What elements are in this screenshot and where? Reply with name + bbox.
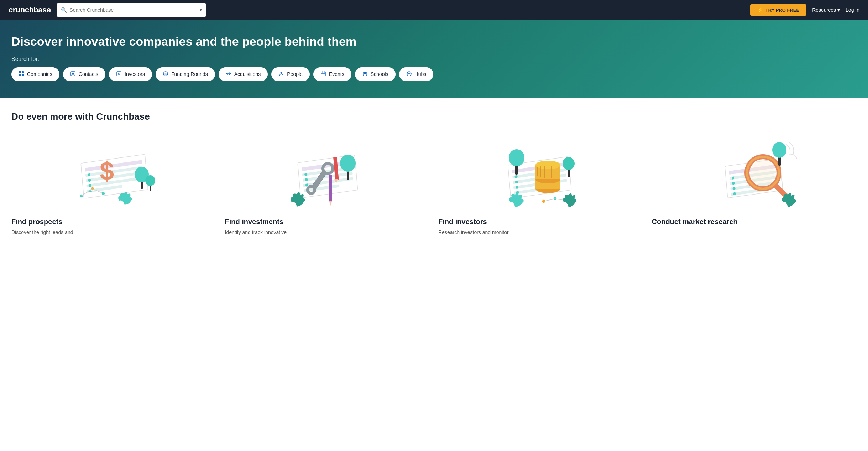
svg-rect-48 (329, 175, 332, 201)
pill-hubs[interactable]: Hubs (399, 67, 434, 81)
hubs-icon (406, 71, 412, 78)
schools-icon (362, 71, 368, 78)
svg-text:$: $ (100, 157, 114, 185)
card-illustration-investors (438, 134, 643, 212)
funding-icon: $ (163, 71, 168, 78)
search-pills: Companies Contacts $ Investors $ Funding… (11, 67, 857, 81)
svg-point-74 (509, 149, 524, 166)
section-title: Do even more with Crunchbase (11, 111, 857, 122)
svg-point-13 (408, 73, 410, 74)
pill-schools[interactable]: Schools (355, 67, 396, 81)
svg-text:$: $ (164, 72, 166, 76)
pill-schools-label: Schools (371, 71, 388, 77)
svg-rect-0 (19, 71, 21, 73)
resources-label: Resources (812, 7, 836, 13)
card-title-research: Conduct market research (652, 218, 738, 226)
pill-investors[interactable]: $ Investors (109, 67, 152, 81)
card-find-investors: Find investors Research investors and mo… (438, 134, 643, 236)
card-title-prospects: Find prospects (11, 218, 62, 226)
svg-point-67 (535, 161, 560, 169)
svg-text:$: $ (118, 72, 120, 76)
card-market-research: Conduct market research (652, 134, 857, 236)
pill-contacts-label: Contacts (79, 71, 98, 77)
login-label: Log In (846, 7, 859, 13)
people-icon (278, 71, 284, 78)
pill-contacts[interactable]: Contacts (63, 67, 105, 81)
card-find-prospects: $ Find prospe (11, 134, 216, 236)
search-icon: 🔍 (61, 7, 67, 13)
card-find-investments: Find investments Identify and track inno… (225, 134, 430, 236)
pill-acquisitions-label: Acquisitions (234, 71, 261, 77)
investors-icon: $ (116, 71, 122, 78)
grid-icon (19, 71, 24, 78)
svg-line-80 (544, 199, 555, 201)
cards-grid: $ Find prospe (11, 134, 857, 236)
search-dropdown-arrow[interactable]: ▾ (200, 7, 202, 12)
svg-point-51 (340, 155, 356, 172)
pill-companies-label: Companies (27, 71, 52, 77)
card-title-investors: Find investors (438, 218, 487, 226)
svg-rect-2 (19, 74, 21, 76)
pill-funding[interactable]: $ Funding Rounds (156, 67, 215, 81)
try-pro-label: TRY PRO FREE (765, 7, 799, 13)
events-icon (320, 71, 326, 78)
card-illustration-investments (225, 134, 430, 212)
search-wrapper: 🔍 ▾ (57, 3, 206, 17)
card-illustration-research (652, 134, 857, 212)
hero-section: Discover innovative companies and the pe… (0, 20, 868, 98)
card-desc-investments: Identify and track innovative (225, 229, 287, 236)
pill-investors-label: Investors (125, 71, 145, 77)
acquisitions-icon (226, 71, 231, 78)
bolt-icon: ⚡ (757, 7, 763, 13)
svg-point-10 (281, 72, 282, 74)
card-illustration-prospects: $ (11, 134, 216, 212)
logo: crunchbase (9, 5, 51, 15)
svg-rect-3 (22, 74, 24, 76)
pill-events-label: Events (329, 71, 344, 77)
svg-point-76 (563, 157, 575, 170)
pill-companies[interactable]: Companies (11, 67, 59, 81)
svg-point-33 (145, 175, 155, 186)
resources-button[interactable]: Resources ▾ (812, 7, 840, 13)
svg-point-97 (772, 142, 786, 158)
svg-rect-11 (321, 72, 325, 76)
svg-rect-1 (22, 71, 24, 73)
card-desc-investors: Research investors and monitor (438, 229, 509, 236)
card-desc-prospects: Discover the right leads and (11, 229, 73, 236)
pill-events[interactable]: Events (313, 67, 351, 81)
search-input[interactable] (70, 7, 197, 13)
hero-title: Discover innovative companies and the pe… (11, 34, 857, 49)
card-title-investments: Find investments (225, 218, 283, 226)
pill-funding-label: Funding Rounds (171, 71, 208, 77)
hero-search-label: Search for: (11, 56, 857, 62)
contacts-icon (70, 71, 76, 78)
resources-arrow-icon: ▾ (837, 7, 840, 13)
pill-hubs-label: Hubs (415, 71, 427, 77)
svg-point-93 (751, 160, 775, 185)
pill-people-label: People (287, 71, 303, 77)
pill-acquisitions[interactable]: Acquisitions (219, 67, 268, 81)
main-section: Do even more with Crunchbase (0, 98, 868, 249)
login-button[interactable]: Log In (846, 7, 859, 13)
svg-marker-49 (329, 201, 332, 206)
pill-people[interactable]: People (271, 67, 310, 81)
navbar: crunchbase 🔍 ▾ ⚡ TRY PRO FREE Resources … (0, 0, 868, 20)
try-pro-button[interactable]: ⚡ TRY PRO FREE (750, 4, 806, 16)
